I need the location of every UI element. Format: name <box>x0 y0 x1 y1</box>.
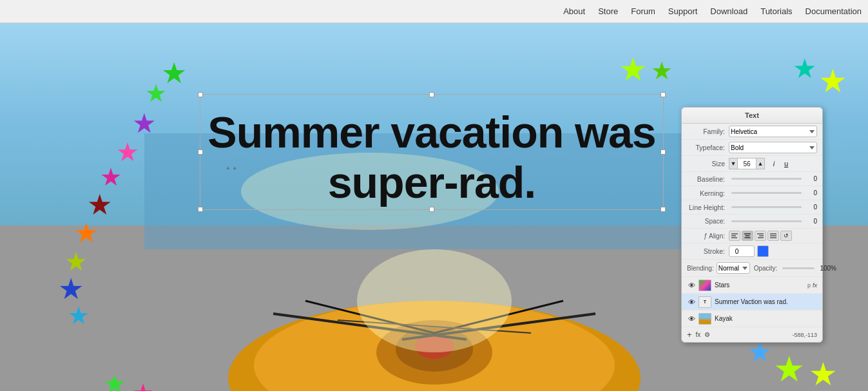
star-decoration: ★ <box>747 339 772 366</box>
typeface-row: Typeface: Bold Regular Italic Bold Itali… <box>682 140 822 156</box>
align-row: ƒ Align: ↺ <box>682 229 822 243</box>
blending-label: Blending: <box>687 265 714 272</box>
opacity-value: 100% <box>820 265 836 272</box>
star-decoration: ★ <box>68 303 90 328</box>
star-decoration: ★ <box>87 191 112 219</box>
family-label: Family: <box>687 128 729 135</box>
handle-topright[interactable] <box>661 92 666 97</box>
star-decoration: ★ <box>818 65 847 97</box>
star-decoration: ★ <box>100 165 122 189</box>
layer-item-text[interactable]: 👁 T Summer Vaction was rad. <box>682 294 822 310</box>
nav-forum[interactable]: Forum <box>631 6 655 16</box>
size-row: Size ▼ 56 ▲ i u <box>682 156 822 172</box>
nav-support[interactable]: Support <box>668 6 698 16</box>
typeface-select[interactable]: Bold Regular Italic Bold Italic <box>729 142 817 153</box>
align-center-button[interactable] <box>742 231 753 241</box>
stroke-row: Stroke: <box>682 243 822 260</box>
nav-tutorials[interactable]: Tutorials <box>760 6 792 16</box>
size-value: 56 <box>738 158 756 169</box>
size-decrement[interactable]: ▼ <box>729 158 738 169</box>
layer-item-kayak[interactable]: 👁 Kayak <box>682 310 822 327</box>
baseline-row: Baseline: 0 <box>682 172 822 186</box>
space-slider[interactable] <box>731 220 802 222</box>
align-right-button[interactable] <box>755 231 766 241</box>
text-line2: super-rad. <box>328 158 536 207</box>
star-decoration: ★ <box>132 110 157 137</box>
align-justify-button[interactable] <box>767 231 779 241</box>
typeface-label: Typeface: <box>687 144 729 151</box>
layer-thumb-kayak <box>699 313 711 325</box>
size-increment[interactable]: ▲ <box>756 158 765 169</box>
canvas-text[interactable]: Summer vacation was super-rad. <box>203 107 661 207</box>
layer-badge-stars: p <box>807 282 811 289</box>
align-buttons: ↺ <box>729 231 792 241</box>
add-layer-button[interactable]: + <box>687 330 692 339</box>
nav-download[interactable]: Download <box>710 6 747 16</box>
text-properties-panel: Text Family: Helvetica Arial Times New R… <box>681 107 823 343</box>
lineheight-value: 0 <box>804 204 817 211</box>
underline-button[interactable]: u <box>781 158 791 169</box>
align-left-button[interactable] <box>729 231 740 241</box>
stroke-input[interactable] <box>729 245 755 257</box>
family-row: Family: Helvetica Arial Times New Roman <box>682 124 822 140</box>
text-line1: Summer vacation was <box>207 108 655 157</box>
space-value: 0 <box>804 218 817 225</box>
kerning-row: Kerning: 0 <box>682 186 822 200</box>
opacity-slider[interactable] <box>782 267 815 269</box>
text-curved-button[interactable]: ↺ <box>780 231 792 241</box>
handle-bottomright[interactable] <box>661 207 666 212</box>
baseline-slider[interactable] <box>731 178 802 180</box>
kerning-label: Kerning: <box>687 189 729 197</box>
gear-button[interactable]: ⚙ <box>704 331 710 338</box>
opacity-label: Opacity: <box>754 265 778 272</box>
nav-store[interactable]: Store <box>598 6 618 16</box>
star-decoration: ★ <box>64 249 88 274</box>
align-label: ƒ Align: <box>687 233 729 240</box>
fx-button[interactable]: fx <box>696 331 701 338</box>
star-decoration: ★ <box>74 220 99 247</box>
nav-about[interactable]: About <box>563 6 585 16</box>
layer-thumb-stars <box>699 280 711 291</box>
space-row: Space: 0 <box>682 215 822 229</box>
panel-title: Text <box>682 108 822 124</box>
layer-item-stars[interactable]: 👁 Stars p fx <box>682 277 822 294</box>
handle-topmid[interactable] <box>429 92 434 97</box>
handle-midright[interactable] <box>661 149 666 155</box>
size-label: Size <box>687 160 729 167</box>
star-decoration: ★ <box>619 53 648 86</box>
canvas-area: ★ ★ ★ ★ ★ ★ ★ ★ ★ ★ ★ ★ ★ ★ ★ ★ ★ ★ ★ ▲ … <box>0 23 868 391</box>
layer-eye-text[interactable]: 👁 <box>687 298 696 307</box>
layer-eye-kayak[interactable]: 👁 <box>687 314 696 323</box>
handle-topleft[interactable] <box>198 92 203 97</box>
lineheight-slider[interactable] <box>731 206 802 208</box>
family-select[interactable]: Helvetica Arial Times New Roman <box>729 126 817 137</box>
layers-footer: + fx ⚙ -588,-113 <box>682 327 822 342</box>
lineheight-row: Line Height: 0 <box>682 200 822 215</box>
stroke-color-swatch[interactable] <box>757 245 769 257</box>
star-decoration: ★ <box>58 274 84 303</box>
svg-point-12 <box>357 249 512 352</box>
handle-midleft[interactable] <box>198 149 203 155</box>
baseline-value: 0 <box>804 175 817 182</box>
kerning-value: 0 <box>804 189 817 196</box>
baseline-label: Baseline: <box>687 175 729 183</box>
star-decoration: ★ <box>103 371 126 391</box>
italic-button[interactable]: i <box>769 158 779 169</box>
layer-thumb-text: T <box>699 296 711 308</box>
lineheight-label: Line Height: <box>687 204 729 211</box>
star-decoration: ★ <box>132 381 154 391</box>
layer-name-text: Summer Vaction was rad. <box>715 298 817 305</box>
nav-documentation[interactable]: Documentation <box>805 6 862 16</box>
space-label: Space: <box>687 218 729 225</box>
blend-opacity-row: Blending: Normal Multiply Screen Opacity… <box>682 260 822 277</box>
handle-bottomleft[interactable] <box>198 207 203 212</box>
stroke-label: Stroke: <box>687 247 729 255</box>
star-decoration: ★ <box>809 358 838 390</box>
star-decoration: ★ <box>651 59 673 83</box>
star-decoration: ★ <box>793 55 817 82</box>
layer-fx-stars: fx <box>813 282 817 289</box>
layer-eye-stars[interactable]: 👁 <box>687 281 696 290</box>
kerning-slider[interactable] <box>731 192 802 194</box>
layer-coordinates: -588,-113 <box>792 332 817 338</box>
blending-select[interactable]: Normal Multiply Screen <box>717 262 750 274</box>
